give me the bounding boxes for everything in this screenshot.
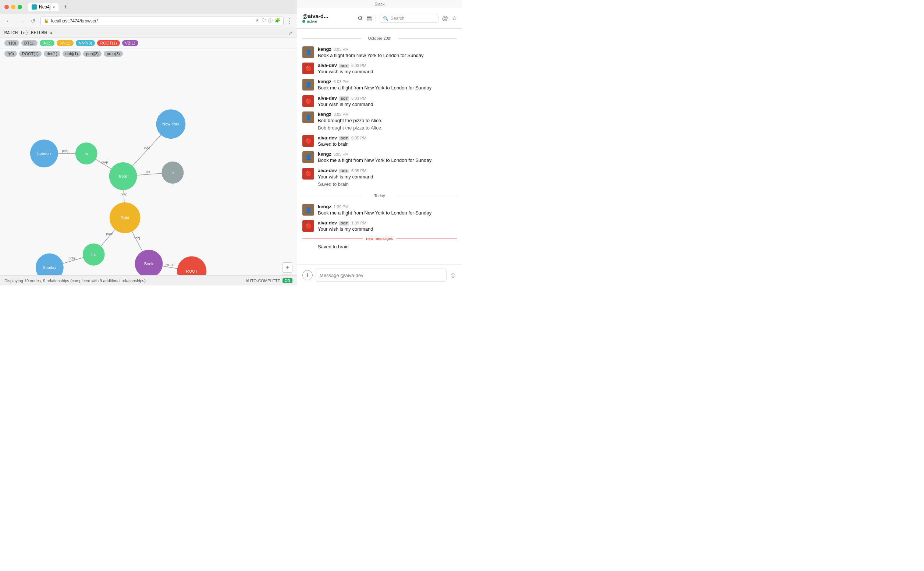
msg-sender: aiva-dev: [318, 135, 337, 140]
msg-text: Saved to brain: [318, 244, 457, 250]
node-book[interactable]: Book: [135, 250, 163, 275]
maximize-traffic-light[interactable]: [18, 5, 22, 9]
tag-NNP3[interactable]: NNP(3): [76, 40, 95, 46]
msg-header: kengz 6:03 PM: [318, 79, 457, 84]
forward-button[interactable]: →: [16, 17, 26, 25]
msg-time: 6:05 PM: [351, 168, 367, 173]
date-divider: Today: [302, 191, 457, 201]
slack-header: @aiva-d... active ⚙ ▤ 🔍 Search @ ☆: [297, 8, 462, 29]
tag-IN3[interactable]: IN(3): [40, 40, 54, 46]
message-input[interactable]: [316, 269, 447, 282]
avatar: 🔴: [302, 95, 314, 107]
svg-text:dobj: dobj: [134, 236, 140, 240]
tag-pobj3[interactable]: pobj(3): [83, 51, 102, 57]
svg-text:for: for: [91, 252, 96, 257]
slack-messages[interactable]: October 20th 👤 kengz 6:03 PM Book a flig…: [297, 29, 462, 264]
query-bar: MATCH (u) RETURN u ⤢: [0, 28, 297, 38]
tag-ROOT1[interactable]: ROOT(1): [97, 40, 120, 46]
tag-DT1[interactable]: DT(1): [22, 40, 37, 46]
status-text: Displaying 10 nodes, 9 relationships (co…: [5, 278, 147, 283]
zoom-out-button[interactable]: −: [282, 274, 293, 275]
msg-time: 6:03 PM: [351, 63, 367, 68]
msg-content: aiva-dev BOT 1:39 PM Your wish is my com…: [318, 220, 457, 233]
browser-tab[interactable]: Neo4j ×: [28, 3, 59, 11]
attach-button[interactable]: +: [302, 270, 313, 280]
tag-VB1[interactable]: VB(1): [122, 40, 138, 46]
tab-close-button[interactable]: ×: [52, 5, 55, 9]
extension-icon[interactable]: 🧩: [275, 18, 280, 24]
star-icon[interactable]: ☆: [452, 15, 457, 22]
new-messages-line-left: [302, 238, 363, 239]
avatar: 🔴: [302, 63, 314, 74]
mention-icon[interactable]: @: [442, 15, 448, 22]
svg-text:London: London: [37, 151, 51, 156]
node-flight[interactable]: flight: [109, 202, 140, 233]
bookmark-icon[interactable]: ★: [255, 18, 259, 24]
search-placeholder: Search: [391, 16, 405, 21]
node-to[interactable]: to: [75, 142, 97, 164]
layout-icon[interactable]: ▤: [367, 15, 372, 22]
info-icon[interactable]: ⓘ: [268, 18, 273, 24]
msg-content: aiva-dev BOT 6:05 PM Your wish is my com…: [318, 168, 457, 188]
address-bar[interactable]: 🔒 localhost:7474/browser/ ★ 🛡 ⓘ 🧩: [40, 17, 283, 25]
status-bar: Displaying 10 nodes, 9 relationships (co…: [0, 275, 297, 286]
svg-text:pobj: pobj: [68, 256, 75, 260]
lock-icon: 🔒: [44, 19, 49, 23]
msg-content: Saved to brain: [318, 244, 457, 250]
slack-header-actions: ⚙ ▤ 🔍 Search @ ☆: [357, 14, 457, 23]
msg-text: Book a flight from New York to London fo…: [318, 52, 457, 59]
avatar: 👤: [302, 79, 314, 91]
node-sunday[interactable]: Sunday: [36, 253, 64, 275]
tag-ROOT1[interactable]: ROOT(1): [19, 51, 42, 57]
node-a[interactable]: a: [162, 162, 183, 184]
message-group: 🔴 aiva-dev BOT 6:05 PM Your wish is my c…: [297, 166, 462, 189]
msg-text: Book me a flight from New York to London…: [318, 85, 457, 91]
tags-row-1: *(10)DT(1)IN(3)NN(1)NNP(3)ROOT(1)VB(1): [0, 38, 297, 49]
new-tab-button[interactable]: +: [62, 3, 70, 11]
search-box[interactable]: 🔍 Search: [380, 14, 439, 23]
query-expand-button[interactable]: ⤢: [288, 30, 293, 36]
svg-text:pobj: pobj: [144, 146, 150, 150]
svg-text:pobj: pobj: [62, 149, 68, 153]
node-from[interactable]: from: [109, 162, 137, 190]
msg-content: kengz 1:39 PM Book me a flight from New …: [318, 204, 457, 216]
node-root[interactable]: ROOT: [177, 256, 206, 275]
minimize-traffic-light[interactable]: [11, 5, 15, 9]
zoom-in-button[interactable]: +: [282, 262, 293, 273]
tag-9[interactable]: *(9): [5, 51, 17, 57]
msg-time: 1:39 PM: [351, 221, 367, 225]
message-group: 👤 kengz 6:05 PM Book me a flight from Ne…: [297, 150, 462, 165]
tag-det1[interactable]: det(1): [44, 51, 60, 57]
avatar: 👤: [302, 111, 314, 123]
msg-sender: kengz: [318, 79, 331, 84]
address-bar-actions: ★ 🛡 ⓘ 🧩: [255, 18, 280, 24]
emoji-button[interactable]: ☺: [450, 271, 457, 279]
node-london[interactable]: London: [30, 139, 58, 167]
close-traffic-light[interactable]: [5, 5, 9, 9]
refresh-button[interactable]: ↺: [29, 17, 37, 25]
svg-text:det: det: [146, 170, 151, 174]
query-text: MATCH (u) RETURN u: [5, 30, 52, 35]
bot-badge: BOT: [339, 96, 349, 101]
svg-text:prep: prep: [102, 160, 108, 164]
shield-icon[interactable]: 🛡: [262, 18, 266, 24]
message-group: 👤 kengz 6:05 PM Bob brought the pizza to…: [297, 110, 462, 133]
tag-prep3[interactable]: prep(3): [104, 51, 123, 57]
msg-time: 6:05 PM: [334, 112, 349, 117]
msg-text: Your wish is my command: [318, 68, 457, 75]
tag-10[interactable]: *(10): [5, 40, 19, 46]
tag-NN1[interactable]: NN(1): [57, 40, 73, 46]
back-button[interactable]: ←: [4, 17, 13, 25]
zoom-controls: + −: [282, 262, 293, 275]
msg-sender: kengz: [318, 111, 331, 117]
settings-icon[interactable]: ⚙: [357, 15, 363, 22]
tag-dobj1[interactable]: dobj(1): [63, 51, 81, 57]
graph-canvas[interactable]: pobjpreppobjdetpreppreppobjdobjROOTNew Y…: [0, 59, 297, 275]
node-new_york[interactable]: New York: [156, 109, 185, 139]
msg-text: Your wish is my command: [318, 226, 457, 233]
nav-bar: ← → ↺ 🔒 localhost:7474/browser/ ★ 🛡 ⓘ 🧩 …: [0, 14, 297, 28]
node-for[interactable]: for: [83, 244, 105, 265]
autocomplete-toggle[interactable]: AUTO-COMPLETE ON: [245, 278, 293, 283]
svg-text:to: to: [85, 151, 88, 156]
browser-menu-button[interactable]: ⋮: [286, 17, 293, 25]
